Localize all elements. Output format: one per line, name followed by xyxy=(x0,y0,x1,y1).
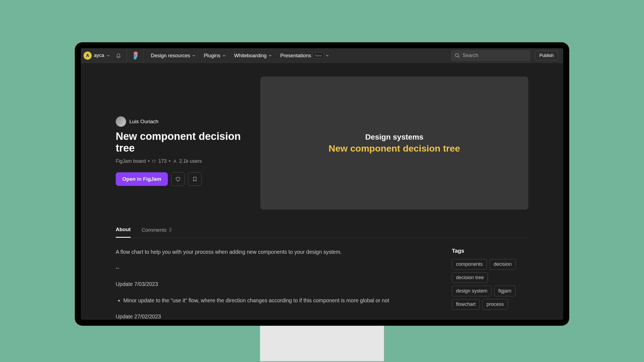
tag[interactable]: decision tree xyxy=(452,272,488,283)
nav-label: Design resources xyxy=(151,53,190,59)
likes-count: 173 xyxy=(158,158,166,164)
preview-title: New component decision tree xyxy=(329,143,460,154)
users-icon xyxy=(173,159,177,164)
tag[interactable]: figjam xyxy=(494,286,515,296)
publish-button[interactable]: Publish xyxy=(535,51,558,61)
svg-point-2 xyxy=(174,160,175,161)
search-input[interactable] xyxy=(451,50,530,61)
nav-label: Whiteboarding xyxy=(234,53,267,59)
figma-logo[interactable] xyxy=(127,48,143,63)
user-name: ayca xyxy=(94,53,104,58)
bookmark-icon xyxy=(192,176,198,182)
comments-count: 3 xyxy=(169,227,172,233)
tag[interactable]: decision xyxy=(490,259,516,270)
nav-whiteboarding[interactable]: Whiteboarding xyxy=(234,53,272,59)
tab-about[interactable]: About xyxy=(116,227,131,238)
update-item: Minor update to the "use it" flow, where… xyxy=(123,296,419,305)
tag[interactable]: components xyxy=(452,259,487,270)
tags-heading: Tags xyxy=(452,248,528,254)
nav-label: Plugins xyxy=(204,53,220,59)
open-in-figjam-button[interactable]: Open in FigJam xyxy=(116,172,168,186)
svg-point-1 xyxy=(455,53,458,57)
resource-type: FigJam board xyxy=(116,158,146,164)
notifications-icon[interactable] xyxy=(114,53,123,58)
monitor-stand xyxy=(260,326,384,361)
chevron-down-icon xyxy=(325,54,329,58)
description-divider: -- xyxy=(116,264,419,272)
avatar: A xyxy=(84,52,92,60)
tabs: About Comments 3 xyxy=(116,227,528,238)
badge-new: New xyxy=(313,53,324,58)
main-nav: Design resources Plugins Whiteboarding P… xyxy=(151,53,451,59)
tag[interactable]: process xyxy=(482,299,508,310)
bookmark-button[interactable] xyxy=(188,172,202,186)
update-heading: Update 27/02/2023 xyxy=(116,312,419,320)
description-intro: A flow chart to help you with your proce… xyxy=(116,248,419,256)
chevron-down-icon xyxy=(106,54,110,58)
heart-icon xyxy=(152,159,156,164)
chevron-down-icon xyxy=(268,54,272,58)
nav-label: Presentations xyxy=(280,53,311,59)
search-field[interactable] xyxy=(463,53,527,58)
description: A flow chart to help you with your proce… xyxy=(116,248,419,320)
tag[interactable]: design system xyxy=(452,286,491,296)
tab-label: Comments xyxy=(142,227,167,233)
author-link[interactable]: Luis Ouriach xyxy=(116,116,244,127)
search-icon xyxy=(455,53,460,58)
tags-list: componentsdecisiondecision treedesign sy… xyxy=(452,259,528,310)
chevron-down-icon xyxy=(222,54,226,58)
nav-presentations[interactable]: Presentations New xyxy=(280,53,329,59)
resource-meta: FigJam board • 173 • 2.1k users xyxy=(116,158,244,164)
preview-subtitle: Design systems xyxy=(365,133,423,141)
heart-icon xyxy=(175,176,181,182)
update-heading: Update 7/03/2023 xyxy=(116,280,419,288)
author-name: Luis Ouriach xyxy=(129,119,159,125)
tab-comments[interactable]: Comments 3 xyxy=(142,227,172,238)
user-menu[interactable]: A ayca xyxy=(84,48,127,63)
nav-design-resources[interactable]: Design resources xyxy=(151,53,196,59)
topbar: A ayca Design resources xyxy=(81,48,563,63)
tag[interactable]: flowchart xyxy=(452,299,480,310)
chevron-down-icon xyxy=(192,54,196,58)
sidebar: Tags componentsdecisiondecision treedesi… xyxy=(452,248,528,320)
nav-plugins[interactable]: Plugins xyxy=(204,53,226,59)
like-button[interactable] xyxy=(171,172,185,186)
resource-title: New component decision tree xyxy=(116,131,244,154)
preview-thumbnail[interactable]: Design systems New component decision tr… xyxy=(260,77,528,210)
author-avatar xyxy=(116,116,126,127)
users-count: 2.1k users xyxy=(179,158,202,164)
